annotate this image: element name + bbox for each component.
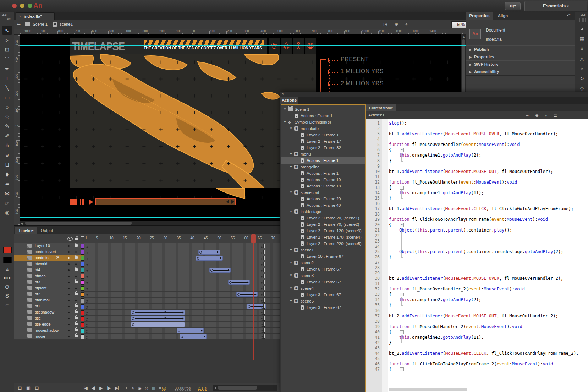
tab-current-frame[interactable]: Current frame	[366, 104, 396, 111]
tree-item[interactable]: Layer 3 : Frame 67	[281, 279, 365, 285]
code-line[interactable]: }	[389, 158, 391, 163]
collapse-panel-icon[interactable]: ◀◀	[1, 13, 6, 17]
layer-lock-dot[interactable]	[75, 251, 77, 253]
oval-tool[interactable]: ○	[2, 103, 12, 111]
frame-row[interactable]	[84, 303, 280, 310]
info-panel-icon[interactable]: ◬	[578, 55, 586, 62]
polystar-tool[interactable]: ☆	[2, 112, 12, 121]
tree-item[interactable]: Actions : Frame 1	[281, 113, 365, 119]
layer-row-controls[interactable]: controls✎̸	[14, 255, 84, 261]
code-line[interactable]: this.orangeline1.gotoAndPlay(2);	[389, 153, 481, 158]
tree-item[interactable]: Layer 2 : Frame 1	[281, 132, 365, 138]
scroll-up-arrow[interactable]: ▲	[462, 35, 465, 38]
lock-all-layers-icon[interactable]	[75, 238, 78, 240]
line-tool[interactable]: ╲	[2, 83, 12, 92]
vertical-guide[interactable]	[70, 34, 70, 225]
zoom-tool[interactable]: ◎	[2, 208, 12, 217]
expander-icon[interactable]: ▼	[284, 119, 286, 125]
layer-lock-dot[interactable]	[75, 288, 77, 289]
code-line[interactable]: stop();	[389, 121, 407, 126]
tree-item[interactable]: ▼✱scene4	[281, 285, 365, 292]
eyedropper-tool[interactable]: ⧫	[2, 170, 12, 179]
section-accessibility[interactable]: ▶Accessibility	[466, 68, 575, 76]
layer-row-btanimal[interactable]: btanimal	[14, 297, 84, 304]
fold-toggle-icon[interactable]: −	[400, 368, 404, 371]
tween-span[interactable]	[209, 268, 231, 273]
frame-row[interactable]	[84, 273, 280, 279]
tree-item[interactable]: ▼✱menu	[281, 151, 365, 157]
code-line[interactable]: bt_1.addEventListener(MouseEvent.MOUSE_O…	[389, 169, 553, 174]
tree-item[interactable]: Layer 3 : Frame 67	[281, 292, 365, 298]
layer-visibility-dot[interactable]	[68, 270, 70, 271]
loop-button[interactable]: ↻	[130, 385, 137, 391]
pen-tool[interactable]: ✒	[2, 64, 12, 73]
align-panel-icon[interactable]: ⌗	[578, 45, 586, 52]
tree-item[interactable]: ▼✱scene2	[281, 260, 365, 266]
edit-scene-icon[interactable]: ⊕	[395, 22, 398, 27]
show-hide-all-layers-icon[interactable]	[67, 237, 73, 241]
layer-outline-color[interactable]	[81, 250, 84, 255]
go-to-last-frame-button[interactable]: ▶Ι	[113, 385, 120, 391]
layer-outline-color[interactable]	[81, 334, 84, 339]
lock-icon[interactable]	[75, 317, 78, 319]
layer-visibility-dot[interactable]	[68, 318, 70, 319]
layer-row-controls-vert[interactable]: controls vert	[14, 249, 84, 255]
tween-span[interactable]	[180, 334, 207, 339]
tween-span[interactable]	[236, 292, 258, 297]
onion-skin-outlines-button[interactable]: ◎	[143, 385, 150, 391]
expander-icon[interactable]: ▼	[284, 106, 286, 113]
layer-row-titleshadow[interactable]: titleshadow	[14, 309, 84, 316]
layer-outline-color[interactable]	[81, 280, 84, 285]
play-icon[interactable]	[89, 199, 93, 205]
close-window-button[interactable]	[12, 4, 17, 8]
tween-span[interactable]	[177, 328, 204, 333]
default-colors-icon[interactable]: ◧◨	[2, 273, 12, 282]
code-line[interactable]: bt_2.addEventListener(MouseEvent.MOUSE_O…	[389, 276, 563, 281]
onion-skin-button[interactable]: ◉	[136, 385, 143, 391]
layer-visibility-dot[interactable]	[68, 336, 70, 337]
code-line[interactable]: bt_2.addEventListener(MouseEvent.CLICK, …	[389, 351, 579, 356]
layer-outline-color[interactable]	[81, 262, 84, 267]
tree-item[interactable]: Layer 2 : Frame 170, (scene4)	[281, 234, 365, 240]
section-swf-history[interactable]: ▶SWF History	[466, 60, 575, 68]
fold-toggle-icon[interactable]: −	[400, 223, 404, 227]
frame-grid[interactable]	[84, 243, 280, 339]
code-line[interactable]: function fl_ClickToGoToAndPlayFromFrame_…	[389, 361, 553, 366]
sync-settings-button[interactable]: ✻⇄	[505, 2, 521, 10]
tree-item[interactable]: Actions : Frame 40	[281, 202, 365, 208]
tree-item[interactable]: Actions : Frame 10	[281, 176, 365, 183]
timeline-horizontal-scrollbar[interactable]: ◀	[213, 385, 277, 391]
eraser-tool[interactable]: ▰	[2, 179, 12, 188]
swap-colors-icon[interactable]: ⇄	[2, 265, 12, 274]
bone-tool[interactable]: ⋔	[2, 141, 12, 150]
center-frame-button[interactable]: ⌖	[123, 385, 130, 391]
lock-icon[interactable]	[75, 268, 78, 271]
layer-visibility-dot[interactable]	[68, 330, 70, 331]
code-horizontal-scrollbar[interactable]	[389, 388, 467, 391]
code-line[interactable]: }	[389, 255, 391, 260]
code-line[interactable]: this.orangeline1.gotoAndPlay(11);	[389, 190, 484, 195]
breadcrumb-symbol[interactable]: scene1	[60, 22, 73, 26]
layer-row-bt1[interactable]: bt1	[14, 303, 84, 310]
code-line[interactable]: Object(this.parent.parent).container.ins…	[389, 249, 563, 254]
delete-layer-button[interactable]: ⊟	[33, 385, 40, 391]
tool-option-icon[interactable]: ⌐	[2, 300, 12, 309]
lock-icon[interactable]	[75, 305, 78, 307]
layer-outline-color[interactable]	[81, 256, 84, 261]
layer-row-btplant[interactable]: btplant	[14, 285, 84, 292]
panel-menu-icon[interactable]: ▾≡	[7, 17, 11, 21]
frame-row[interactable]	[84, 327, 280, 334]
rectangle-tool[interactable]: ▭	[2, 93, 12, 102]
frame-row[interactable]	[84, 315, 280, 322]
lock-icon[interactable]	[75, 311, 78, 313]
step-forward-button[interactable]: Ι▶	[105, 385, 112, 391]
edit-symbols-icon[interactable]: ◳	[383, 22, 387, 27]
code-line[interactable]: bt_1.addEventListener(MouseEvent.CLICK, …	[389, 206, 573, 211]
fill-color-chip[interactable]	[3, 257, 12, 263]
layer-lock-dot[interactable]	[75, 300, 77, 301]
frame-row[interactable]	[84, 279, 280, 285]
lock-icon[interactable]	[75, 335, 78, 337]
minimize-window-button[interactable]	[20, 4, 24, 8]
layer-outline-color[interactable]	[81, 304, 84, 309]
breadcrumb-scene[interactable]: Scene 1	[33, 22, 48, 26]
